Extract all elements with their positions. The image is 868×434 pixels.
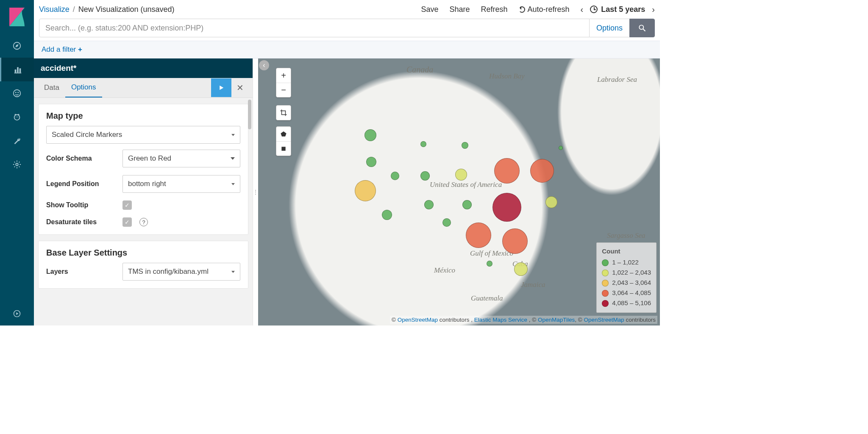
svg-point-8	[15, 92, 17, 93]
discard-button[interactable]: ✕	[231, 78, 248, 97]
svg-marker-21	[281, 131, 286, 136]
base-layer-card: Base Layer Settings Layers TMS in config…	[38, 241, 248, 289]
map-area[interactable]: ‹ + −	[258, 58, 660, 326]
nav-management[interactable]	[0, 153, 34, 176]
save-button[interactable]: Save	[421, 5, 438, 14]
map-marker[interactable]	[355, 180, 376, 201]
svg-rect-6	[14, 72, 21, 73]
map-marker[interactable]	[502, 228, 528, 254]
nav-dashboard[interactable]	[0, 81, 34, 105]
map-marker[interactable]	[545, 196, 557, 208]
map-marker[interactable]	[420, 171, 430, 181]
svg-point-13	[16, 117, 17, 117]
apply-button[interactable]	[211, 78, 231, 97]
map-legend: Count 1 – 1,0221,022 – 2,0432,043 – 3,06…	[596, 242, 657, 313]
scrollbar-thumb[interactable]	[248, 100, 251, 129]
map-marker[interactable]	[462, 200, 472, 209]
svg-point-18	[639, 25, 643, 29]
search-input[interactable]	[45, 24, 583, 33]
map-marker[interactable]	[466, 223, 491, 248]
map-marker[interactable]	[382, 210, 392, 220]
search-icon	[638, 24, 646, 32]
attr-ems[interactable]: Elastic Maps Service	[474, 317, 527, 323]
attr-osm1[interactable]: OpenStreetMap	[398, 317, 438, 323]
map-marker[interactable]	[530, 159, 554, 183]
index-pattern[interactable]: accident*	[34, 58, 253, 78]
fit-bounds-button[interactable]	[276, 106, 291, 120]
map-marker[interactable]	[492, 193, 521, 222]
breadcrumb-root[interactable]: Visualize	[39, 5, 70, 14]
map-marker[interactable]	[455, 169, 467, 181]
map-marker[interactable]	[494, 158, 520, 184]
map-marker[interactable]	[391, 172, 399, 180]
map-marker[interactable]	[420, 141, 426, 147]
map-marker[interactable]	[487, 261, 492, 267]
map-type-select[interactable]: Scaled Circle Markers	[46, 126, 240, 144]
base-layer-heading: Base Layer Settings	[46, 248, 240, 258]
map-type-heading: Map type	[46, 111, 240, 121]
kibana-logo[interactable]	[0, 0, 34, 34]
time-prev[interactable]: ‹	[581, 5, 584, 14]
legend-row: 4,085 – 5,106	[602, 298, 651, 308]
map-label-hudson: Hudson Bay	[489, 72, 525, 81]
legend-row: 1 – 1,022	[602, 257, 651, 267]
svg-rect-22	[281, 147, 285, 150]
pentagon-icon	[280, 131, 287, 137]
panel-tabs: Data Options ✕	[34, 78, 253, 98]
nav-timelion[interactable]	[0, 105, 34, 129]
caret-down-icon	[231, 183, 235, 185]
time-range[interactable]: Last 5 years	[590, 5, 645, 14]
svg-rect-5	[19, 68, 21, 72]
map-marker[interactable]	[424, 200, 434, 209]
zoom-in-button[interactable]: +	[276, 68, 291, 83]
show-tooltip-checkbox[interactable]: ✓	[122, 200, 132, 210]
map-marker[interactable]	[462, 142, 468, 149]
filter-bar: Add a filter +	[34, 41, 660, 58]
attr-osm2[interactable]: OpenStreetMap	[584, 317, 624, 323]
tab-data[interactable]: Data	[38, 78, 65, 97]
tab-options[interactable]: Options	[65, 78, 102, 97]
breadcrumb-current: New Visualization (unsaved)	[78, 5, 175, 14]
svg-marker-20	[220, 86, 223, 90]
color-schema-label: Color Schema	[46, 155, 117, 162]
map-label-jamaica: Jamaica	[521, 281, 545, 289]
map-label-usa: United States of America	[430, 181, 502, 189]
map-marker[interactable]	[366, 157, 376, 167]
draw-rect-button[interactable]	[276, 141, 291, 156]
refresh-icon	[519, 6, 525, 13]
time-next[interactable]: ›	[652, 5, 655, 14]
auto-refresh-button[interactable]: Auto-refresh	[519, 5, 570, 14]
search-options[interactable]: Options	[590, 19, 629, 37]
desaturate-help-icon[interactable]: ?	[139, 218, 148, 226]
legend-pos-select[interactable]: bottom right	[122, 175, 240, 193]
svg-point-11	[15, 114, 17, 116]
share-button[interactable]: Share	[449, 5, 470, 14]
svg-line-19	[643, 29, 645, 31]
zoom-out-button[interactable]: −	[276, 83, 291, 97]
clock-icon	[590, 6, 598, 13]
map-marker[interactable]	[514, 262, 528, 276]
caret-down-icon	[231, 271, 235, 273]
add-filter[interactable]: Add a filter +	[42, 45, 82, 54]
top-bar: Visualize / New Visualization (unsaved) …	[34, 0, 660, 19]
search-input-wrap	[39, 19, 590, 37]
nav-collapse[interactable]	[0, 302, 34, 326]
panel-resize-handle[interactable]: ⋮	[253, 58, 258, 326]
nav-visualize[interactable]	[0, 58, 34, 81]
caret-down-icon	[231, 157, 235, 160]
color-schema-select[interactable]: Green to Red	[122, 150, 240, 167]
map-marker[interactable]	[442, 218, 451, 227]
attr-omt[interactable]: OpenMapTiles	[538, 317, 575, 323]
collapse-panel-button[interactable]: ‹	[259, 60, 269, 70]
draw-polygon-button[interactable]	[276, 127, 291, 141]
nav-discover[interactable]	[0, 34, 34, 58]
layers-label: Layers	[46, 268, 117, 275]
layers-select[interactable]: TMS in config/kibana.yml	[122, 263, 240, 281]
refresh-button[interactable]: Refresh	[481, 5, 508, 14]
nav-devtools[interactable]	[0, 129, 34, 153]
svg-point-9	[17, 92, 19, 93]
search-submit[interactable]	[629, 19, 655, 37]
desaturate-checkbox[interactable]: ✓	[122, 217, 132, 227]
svg-rect-4	[17, 67, 19, 73]
svg-point-14	[17, 117, 18, 117]
